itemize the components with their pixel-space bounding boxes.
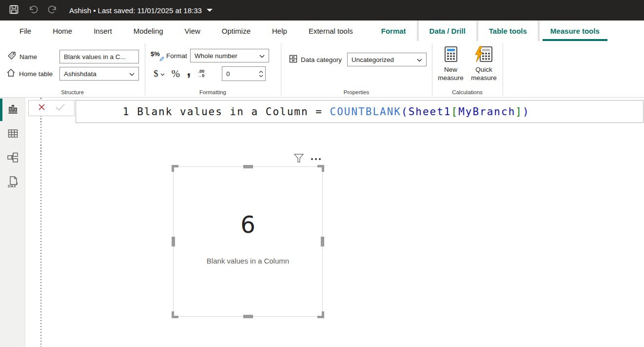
quick-measure-button[interactable]: Quick measure xyxy=(468,46,500,82)
resize-handle-top-right[interactable] xyxy=(317,165,324,172)
report-canvas[interactable] xyxy=(25,98,644,347)
chevron-down-icon xyxy=(417,56,422,63)
lightning-bolt-icon xyxy=(474,46,483,62)
home-icon xyxy=(6,68,16,80)
data-category-label: Data category xyxy=(301,56,342,63)
visual-hover-actions xyxy=(293,153,321,165)
percent-format-button[interactable]: % xyxy=(172,68,180,80)
card-visual[interactable]: 6 Blank values in a Column xyxy=(173,166,323,317)
tab-modeling[interactable]: Modeling xyxy=(123,20,174,41)
tab-file[interactable]: File xyxy=(9,20,42,41)
quick-measure-icon xyxy=(475,46,493,63)
more-options-icon[interactable] xyxy=(311,158,321,160)
data-category-icon xyxy=(289,54,298,65)
powerbi-window: Ashish • Last saved: 11/01/2025 at 18:33… xyxy=(0,0,644,347)
ribbon-group-formatting: $% ✎ Format Whole number $ % xyxy=(145,41,281,97)
resize-handle-left[interactable] xyxy=(172,237,175,246)
formula-line-number: 1 xyxy=(123,106,130,118)
redo-icon xyxy=(47,4,58,16)
decimal-places-spinner[interactable]: 0 xyxy=(222,66,266,81)
ribbon-group-structure: Name Blank values in a C... Home table A… xyxy=(0,41,145,97)
cancel-formula-button[interactable] xyxy=(38,103,46,113)
formula-function: COUNTBLANK xyxy=(330,106,401,118)
resize-handle-right[interactable] xyxy=(321,237,324,246)
name-field-label: Name xyxy=(20,53,37,61)
data-category-dropdown[interactable]: Uncategorized xyxy=(347,53,427,66)
table-view-button[interactable] xyxy=(0,122,25,146)
group-divider xyxy=(503,43,503,96)
undo-button[interactable] xyxy=(23,0,43,20)
home-table-dropdown[interactable]: Ashishdata xyxy=(59,67,139,81)
card-value: 6 xyxy=(174,211,322,238)
cancel-x-icon xyxy=(38,103,46,111)
ribbon: Name Blank values in a C... Home table A… xyxy=(0,41,644,98)
contextual-tabs: Format Data / Drill Table tools Measure … xyxy=(371,20,610,41)
spinner-up-icon xyxy=(259,71,263,73)
resize-handle-bottom-right[interactable] xyxy=(317,311,324,318)
tab-measure-tools[interactable]: Measure tools xyxy=(540,20,610,41)
formula-column-name: MyBranch xyxy=(458,106,515,118)
spinner-down-icon xyxy=(259,75,263,77)
chevron-down-icon xyxy=(207,9,213,12)
formula-commit-box xyxy=(28,100,75,116)
view-sidebar: DAX xyxy=(0,98,25,347)
canvas-guide-dotted-line xyxy=(40,98,41,347)
tab-home[interactable]: Home xyxy=(42,20,83,41)
decimal-places-icon[interactable]: .00 →0 xyxy=(197,69,204,78)
resize-handle-bottom-left[interactable] xyxy=(172,311,178,318)
commit-formula-button[interactable] xyxy=(55,103,65,113)
save-button[interactable] xyxy=(4,0,23,20)
format-label: Format xyxy=(166,52,187,60)
dax-query-view-button[interactable]: DAX xyxy=(0,171,25,195)
new-measure-label: New measure xyxy=(435,65,467,82)
report-view-icon xyxy=(7,103,19,117)
tab-help[interactable]: Help xyxy=(261,20,298,41)
currency-format-button[interactable]: $ xyxy=(154,68,165,79)
save-status[interactable]: Ashish • Last saved: 11/01/2025 at 18:33 xyxy=(69,6,213,15)
table-view-icon xyxy=(7,127,19,142)
svg-text:DAX: DAX xyxy=(8,184,17,188)
card-label: Blank values in a Column xyxy=(174,257,322,265)
dax-query-view-icon: DAX xyxy=(6,175,19,191)
chevron-down-icon xyxy=(259,52,265,60)
tab-format[interactable]: Format xyxy=(371,20,417,41)
redo-button[interactable] xyxy=(43,0,62,20)
resize-handle-top-left[interactable] xyxy=(172,165,178,172)
tab-view[interactable]: View xyxy=(174,20,211,41)
pencil-icon: ✎ xyxy=(157,56,165,62)
formula-bar[interactable]: 1 Blank values in a Column = COUNTBLANK(… xyxy=(76,100,644,123)
model-view-button[interactable] xyxy=(0,146,25,171)
title-bar: Ashish • Last saved: 11/01/2025 at 18:33 xyxy=(0,0,644,20)
calculator-icon xyxy=(444,46,458,63)
tab-optimize[interactable]: Optimize xyxy=(211,20,261,41)
chevron-down-icon xyxy=(160,69,165,78)
ribbon-tab-row: File Home Insert Modeling View Optimize … xyxy=(0,20,644,41)
format-icon: $% ✎ xyxy=(151,50,163,61)
chevron-down-icon xyxy=(129,70,135,78)
tab-insert[interactable]: Insert xyxy=(83,20,123,41)
new-measure-button[interactable]: New measure xyxy=(435,46,467,82)
save-icon xyxy=(9,5,19,16)
tab-table-tools[interactable]: Table tools xyxy=(478,20,538,41)
model-view-icon xyxy=(6,151,19,166)
save-status-text: Ashish • Last saved: 11/01/2025 at 18:33 xyxy=(69,6,202,15)
formula-table-name: Sheet1 xyxy=(409,106,451,118)
resize-handle-top[interactable] xyxy=(243,165,253,168)
thousands-separator-button[interactable]: , xyxy=(187,68,191,73)
tab-data-drill[interactable]: Data / Drill xyxy=(419,20,476,41)
ribbon-group-properties: Data category Uncategorized Properties xyxy=(281,41,432,97)
quick-measure-label: Quick measure xyxy=(468,65,500,82)
filter-icon[interactable] xyxy=(293,153,304,165)
tag-icon xyxy=(7,51,17,62)
formula-measure-name: Blank values in a Column xyxy=(137,106,308,118)
ribbon-group-calculations: New measure xyxy=(432,41,503,97)
format-dropdown[interactable]: Whole number xyxy=(190,49,269,62)
measure-name-input[interactable]: Blank values in a C... xyxy=(59,50,139,63)
checkmark-icon xyxy=(55,103,65,111)
tab-external-tools[interactable]: External tools xyxy=(298,20,364,41)
report-view-button[interactable] xyxy=(0,98,25,122)
resize-handle-bottom[interactable] xyxy=(243,315,253,318)
home-table-label: Home table xyxy=(19,70,53,78)
undo-icon xyxy=(28,4,39,16)
